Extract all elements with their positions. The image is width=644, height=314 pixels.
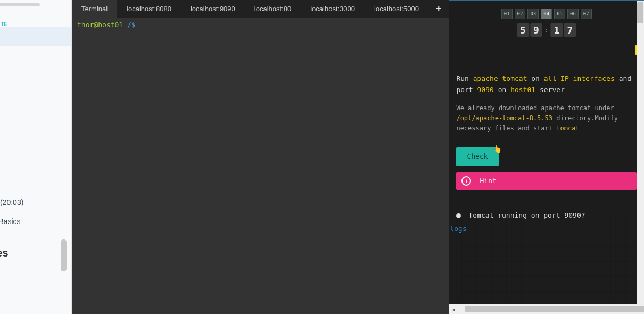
sidebar-scrollbar-thumb[interactable] [61, 239, 67, 271]
task-sub-path: /opt/apache-tomcat-8.5.53 [456, 114, 552, 122]
new-tab-button[interactable]: + [428, 0, 449, 18]
task-subtext: We already downloaded apache tomcat unde… [456, 103, 637, 134]
tab-localhost-5000[interactable]: localhost:5000 [365, 0, 428, 18]
step-pill[interactable]: 01 [501, 9, 513, 19]
sidebar-item[interactable]: (5:20) [0, 135, 71, 154]
horizontal-scrollbar[interactable]: ◄ ► [449, 304, 644, 314]
vertical-scrollbar[interactable] [637, 1, 644, 304]
check-button-label: Check [467, 152, 488, 160]
task-description: Run apache tomcat on all IP interfaces a… [456, 73, 637, 221]
timer-digit: 1 [551, 23, 563, 37]
terminal-tabbar: Terminal localhost:8080 localhost:9090 l… [72, 0, 449, 18]
terminal-pane: Terminal localhost:8080 localhost:9090 l… [72, 0, 449, 314]
task-sub-keyword: tomcat [556, 125, 579, 132]
countdown-timer: 5 9 : 1 7 [517, 23, 576, 37]
timer-colon: : [543, 26, 550, 34]
step-pills: 01 02 03 04 05 06 07 [501, 9, 592, 19]
vertical-scrollbar-thumb[interactable] [637, 2, 643, 23]
complete-tag: PLETE [0, 21, 71, 27]
hint-label: Hint [480, 176, 496, 187]
task-keyword: 9090 [477, 86, 494, 94]
step-pill[interactable]: 07 [581, 9, 592, 19]
sidebar-item[interactable]: Basics (20:03) [0, 193, 71, 212]
task-sub-pre: We already downloaded apache tomcat unde… [456, 104, 614, 112]
background-pattern [461, 217, 644, 302]
scroll-left-icon[interactable]: ◄ [449, 305, 457, 313]
tab-localhost-80[interactable]: localhost:80 [245, 0, 301, 18]
sidebar-item[interactable]: QL [0, 116, 71, 135]
task-text: on [531, 75, 543, 82]
step-pill[interactable]: 05 [554, 9, 565, 19]
step-pill[interactable]: 03 [527, 9, 539, 19]
check-button[interactable]: Check 👆 [456, 147, 498, 166]
tab-localhost-9090[interactable]: localhost:9090 [181, 0, 245, 18]
terminal-cursor [141, 22, 145, 29]
step-pill[interactable]: 02 [515, 9, 526, 19]
course-sidebar: PLETE and Ports s on (5:33) 0:18) QL (5:… [0, 0, 72, 314]
timer-digit: 5 [517, 23, 529, 37]
tab-terminal[interactable]: Terminal [72, 0, 117, 18]
sidebar-item[interactable]: on (5:33) [0, 78, 71, 97]
sidebar-item[interactable]: & TLS Basics [0, 212, 71, 231]
checklist-dot-icon [456, 213, 461, 218]
sidebar-item[interactable]: 0:18) [0, 97, 71, 116]
prompt-user: thor@host01 [77, 21, 123, 29]
task-keyword: apache tomcat [473, 75, 527, 82]
timer-digit: 7 [564, 23, 576, 37]
timer-digit: 9 [530, 23, 542, 37]
task-keyword: host01 [510, 86, 535, 94]
task-text: Run [456, 75, 473, 82]
sidebar-item[interactable]: ngoDB [0, 154, 71, 173]
sidebar-item[interactable]: and Ports [0, 27, 71, 46]
step-pill[interactable]: 04 [541, 9, 552, 19]
terminal-body[interactable]: thor@host01 /$ [72, 18, 449, 314]
task-keyword: all IP interfaces [544, 75, 615, 82]
info-icon: i [461, 176, 471, 186]
hint-button[interactable]: i Hint [456, 172, 637, 190]
horizontal-scrollbar-track[interactable] [457, 305, 635, 313]
horizontal-scrollbar-thumb[interactable] [465, 306, 644, 312]
task-panel: 01 02 03 04 05 06 07 5 9 : 1 7 ▶| Run ap… [449, 0, 644, 314]
task-text: on [498, 86, 510, 94]
prompt-path: /$ [127, 21, 136, 29]
step-pill[interactable]: 06 [567, 9, 579, 19]
mouse-cursor-icon: 👆 [493, 143, 502, 155]
progress-bar [0, 3, 40, 6]
tab-localhost-8080[interactable]: localhost:8080 [117, 0, 181, 18]
tab-localhost-3000[interactable]: localhost:3000 [301, 0, 365, 18]
sidebar-section-heading: s [0, 62, 71, 75]
task-text: server [540, 86, 565, 94]
